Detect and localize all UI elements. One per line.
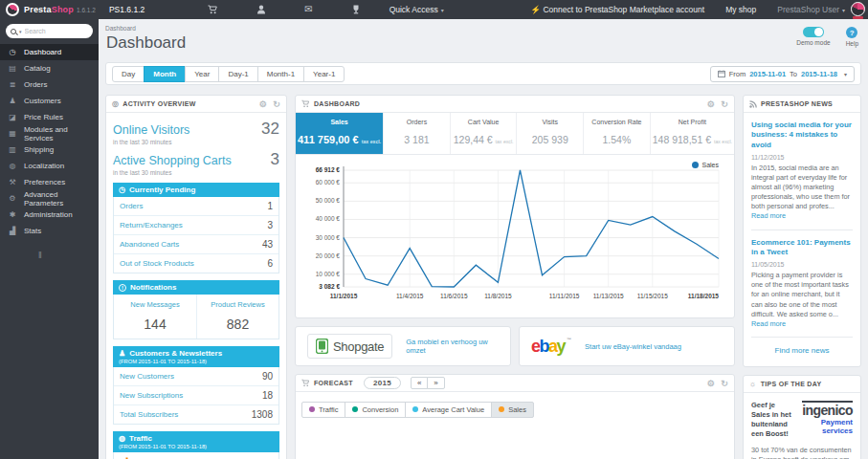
toggle-traffic[interactable]: Traffic (301, 402, 345, 418)
employee-icon[interactable] (256, 5, 266, 14)
legend-dot-icon (692, 162, 699, 168)
active-carts-link[interactable]: Active Shopping Carts (113, 154, 232, 167)
sidebar-item-shipping[interactable]: ▥Shipping (0, 142, 99, 158)
sidebar-item-preferences[interactable]: ⚒Preferences (0, 174, 99, 190)
administration-icon: ✱ (8, 210, 17, 219)
news-article-title[interactable]: Using social media for your business: 4 … (751, 120, 853, 150)
range-month-1-button[interactable]: Month-1 (257, 66, 304, 82)
pending-returns-link[interactable]: Return/Exchanges (120, 221, 183, 230)
sidebar-item-administration[interactable]: ✱Administration (0, 207, 99, 223)
kpi-cart-value[interactable]: Cart Value129,44 € tax excl. (451, 113, 518, 154)
sidebar-item-stats[interactable]: ▟Stats (0, 223, 99, 239)
news-article-title[interactable]: Ecommerce 101: Payments in a Tweet (751, 238, 853, 258)
help-icon[interactable]: ? (846, 27, 857, 38)
active-carts-note: in the last 30 minutes (113, 169, 279, 176)
divider (751, 337, 853, 338)
toggle-average-cart-value[interactable]: Average Cart Value (405, 402, 492, 418)
sidebar-item-price-rules[interactable]: ◪Price Rules (0, 109, 99, 125)
cart-icon (301, 99, 310, 108)
gear-icon[interactable]: ⚙ (707, 379, 715, 388)
lightbulb-icon: ☼ (749, 380, 757, 388)
range-day-1-button[interactable]: Day-1 (218, 66, 257, 82)
date-range-picker[interactable]: From2015-11-01 To2015-11-18 ▾ (710, 66, 855, 82)
orders-icon: ≣ (8, 80, 17, 89)
collapse-menu-icon[interactable]: ‖ (38, 251, 99, 260)
avatar[interactable] (851, 2, 865, 16)
total-subscribers-link[interactable]: Total Subscribers (120, 410, 178, 419)
gear-icon[interactable]: ⚙ (707, 99, 715, 109)
refresh-icon[interactable]: ↻ (721, 99, 728, 109)
sidebar-item-customers[interactable]: ♟Customers (0, 93, 99, 109)
abandoned-carts-link[interactable]: Abandoned Carts (120, 240, 179, 249)
out-of-stock-link[interactable]: Out of Stock Products (120, 259, 194, 268)
news-article-excerpt: In 2015, social media are an integral pa… (751, 164, 853, 221)
chevron-down-icon: ▾ (842, 8, 845, 13)
demo-mode-toggle[interactable] (803, 27, 824, 37)
ingenico-logo: ingenico Payment services (802, 401, 853, 440)
new-subscriptions-link[interactable]: New Subscriptions (120, 391, 183, 400)
dashboard-panel: DASHBOARD ⚙↻ Sales411 759,00 € tax excl.… (295, 95, 735, 318)
news-panel-title: PRESTASHOP NEWS (761, 100, 833, 107)
sidebar-item-modules[interactable]: ▦Modules and Services (0, 125, 99, 142)
search-input[interactable] (25, 28, 88, 34)
range-year-button[interactable]: Year (185, 66, 219, 82)
range-day-button[interactable]: Day (112, 66, 145, 82)
messages-icon[interactable]: ✉ (304, 5, 312, 14)
prestashop-logo-icon[interactable] (6, 3, 19, 16)
read-more-link[interactable]: Read more (751, 211, 786, 220)
quick-access-menu[interactable]: Quick Access▾ (389, 5, 444, 14)
forecast-panel: FORECAST 2015 « » ⚙↻ Traffic Conversion … (295, 374, 735, 459)
chart-legend[interactable]: Sales (692, 162, 719, 168)
kpi-visits[interactable]: Visits205 939 (517, 113, 584, 154)
kpi-net-profit[interactable]: Net Profit148 918,51 € tax excl. (651, 113, 734, 154)
range-year-1-button[interactable]: Year-1 (303, 66, 345, 82)
my-shop-link[interactable]: My shop (725, 5, 756, 14)
header-actions: Demo mode ? Help (796, 27, 858, 47)
gear-icon[interactable]: ⚙ (259, 99, 267, 109)
kpi-conversion-rate[interactable]: Conversion Rate1.54% (584, 113, 651, 154)
new-messages-link[interactable]: New Messages (116, 300, 194, 309)
conversion-dot-icon (352, 406, 358, 412)
cart-icon[interactable] (208, 5, 218, 14)
table-row: Abandoned Carts43 (114, 234, 278, 253)
pending-orders-link[interactable]: Orders (120, 202, 143, 210)
new-customers-link[interactable]: New Customers (120, 372, 174, 381)
sidebar-item-catalog[interactable]: ▤Catalog (0, 60, 99, 76)
range-month-button[interactable]: Month (144, 66, 186, 82)
read-more-link[interactable]: Read more (751, 319, 786, 328)
dashboard-panel-title: DASHBOARD (314, 100, 360, 107)
sidebar-item-localization[interactable]: ◍Localization (0, 158, 99, 174)
customers-icon: ♟ (8, 97, 17, 105)
kpi-orders[interactable]: Orders3 181 (384, 113, 451, 154)
user-menu[interactable]: PrestaShop User▾ (777, 5, 845, 14)
shop-code-link[interactable]: PS1.6.1.2 (109, 5, 145, 14)
person-icon: ♟ (119, 350, 125, 358)
sidebar-item-orders[interactable]: ≣Orders (0, 76, 99, 93)
globe-icon: ◍ (119, 435, 125, 443)
table-row: New Subscriptions18 (114, 385, 278, 404)
search-scope-caret[interactable]: ▾ (19, 29, 22, 34)
brand-wordmark[interactable]: PrestaShop (24, 5, 74, 14)
customers-table: New Customers90 New Subscriptions18 Tota… (113, 367, 279, 425)
marketplace-icon: ⚡ (530, 5, 541, 14)
refresh-icon[interactable]: ↻ (721, 379, 728, 388)
svg-text:10 000 €: 10 000 € (316, 271, 341, 277)
topbar-icons: ✉ (208, 5, 360, 14)
previous-year-button[interactable]: « (411, 377, 428, 389)
next-year-button[interactable]: » (427, 377, 444, 389)
product-reviews-link[interactable]: Product Reviews (199, 300, 277, 309)
tips-panel-title: TIPS OF THE DAY (761, 381, 822, 387)
ebay-link[interactable]: Start uw eBay-winkel vandaag (585, 342, 681, 351)
sidebar-item-dashboard[interactable]: ◷Dashboard (0, 44, 99, 60)
toggle-conversion[interactable]: Conversion (345, 402, 406, 418)
toggle-sales[interactable]: Sales (491, 402, 534, 418)
online-visitors-link[interactable]: Online Visitors (113, 123, 189, 137)
trophy-icon[interactable] (351, 5, 361, 14)
refresh-icon[interactable]: ↻ (273, 99, 280, 109)
shopgate-link[interactable]: Ga mobiel en verhoog uw omzet (406, 338, 499, 355)
kpi-sales[interactable]: Sales411 759,00 € tax excl. (296, 113, 384, 154)
table-row: Orders1 (114, 197, 278, 215)
sidebar-item-advanced-parameters[interactable]: ⚙Advanced Parameters (0, 190, 99, 207)
find-more-news-link[interactable]: Find more news (751, 346, 853, 355)
marketplace-link[interactable]: ⚡ Connect to PrestaShop Marketplace acco… (530, 5, 704, 14)
